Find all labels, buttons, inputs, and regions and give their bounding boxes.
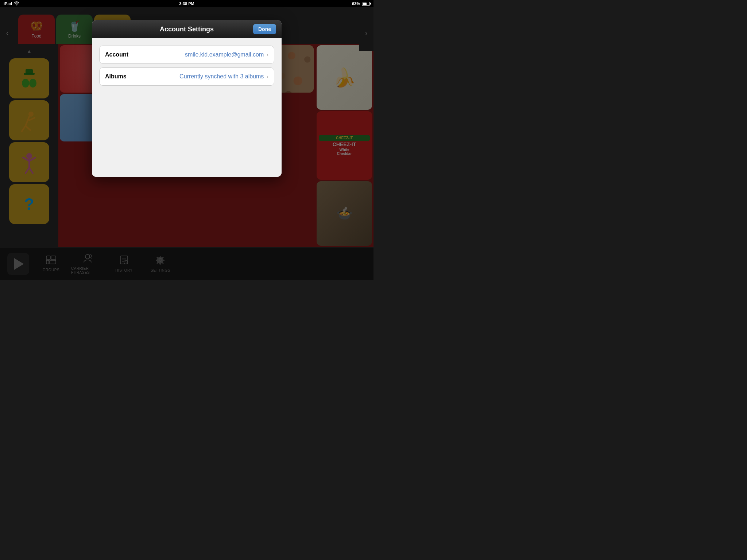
account-settings-row[interactable]: Account smile.kid.example@gmail.com › [99, 46, 274, 64]
status-bar: iPad 3:38 PM 63% [0, 0, 374, 7]
battery-percent: 63% [352, 1, 360, 6]
modal-header: Account Settings Done [92, 20, 282, 38]
account-row-chevron: › [267, 52, 268, 58]
account-row-value: smile.kid.example@gmail.com [142, 51, 264, 58]
account-row-label: Account [105, 51, 142, 58]
albums-settings-row[interactable]: Albums Currently synched with 3 albums › [99, 67, 274, 86]
battery-icon [362, 2, 370, 6]
wifi-icon [14, 1, 19, 6]
modal-body: Account smile.kid.example@gmail.com › Al… [92, 38, 282, 177]
albums-row-chevron: › [267, 74, 268, 79]
status-left: iPad [4, 1, 19, 6]
modal-done-button[interactable]: Done [253, 24, 276, 34]
account-settings-modal: Account Settings Done Account smile.kid.… [92, 20, 282, 177]
carrier-label: iPad [4, 1, 12, 6]
status-time: 3:38 PM [179, 1, 194, 6]
status-right: 63% [352, 1, 370, 6]
albums-row-label: Albums [105, 73, 142, 80]
modal-overlay: Account Settings Done Account smile.kid.… [0, 0, 374, 280]
modal-title: Account Settings [160, 26, 214, 33]
albums-row-value: Currently synched with 3 albums [142, 73, 264, 80]
